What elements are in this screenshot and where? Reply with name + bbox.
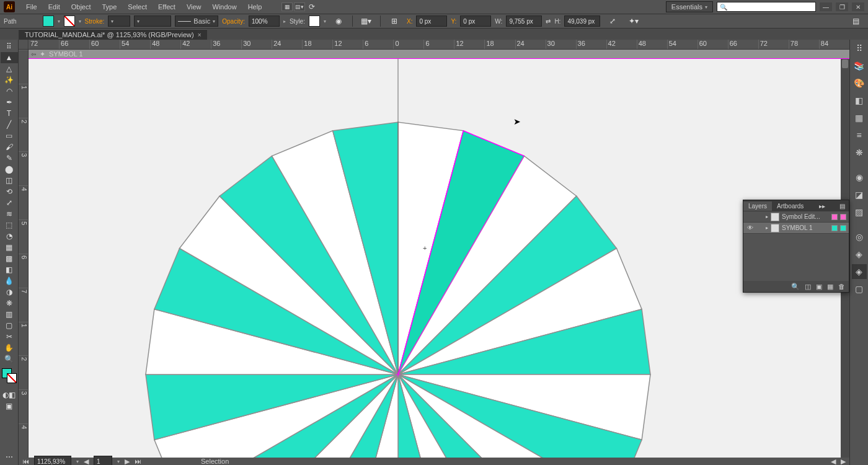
document-tab[interactable]: TUTORIAL_MANDALA.ai* @ 1125,93% (RGB/Pre… bbox=[19, 29, 207, 40]
first-artboard-icon[interactable]: ⏮ bbox=[22, 458, 29, 465]
ruler-origin[interactable] bbox=[19, 40, 29, 50]
libraries-icon[interactable]: 📚 bbox=[852, 58, 867, 73]
recolor-icon[interactable]: ◉ bbox=[330, 16, 347, 27]
stroke-swatch[interactable] bbox=[64, 16, 75, 27]
stroke-variable-input[interactable]: ▾ bbox=[134, 16, 171, 27]
next-artboard-icon[interactable]: ▶ bbox=[125, 458, 130, 466]
delete-layer-icon[interactable]: 🗑 bbox=[838, 283, 845, 290]
new-sublayer-icon[interactable]: ▣ bbox=[816, 283, 822, 291]
artboard-number[interactable]: 1 bbox=[94, 456, 112, 465]
search-input[interactable]: 🔍 bbox=[717, 2, 816, 12]
clip-mask-icon[interactable]: ◫ bbox=[805, 283, 811, 291]
artwork-mandala[interactable]: + bbox=[29, 58, 849, 458]
menu-type[interactable]: Type bbox=[97, 1, 122, 12]
menu-file[interactable]: File bbox=[21, 1, 42, 12]
maximize-button[interactable]: ❐ bbox=[836, 2, 848, 11]
arrange-icon[interactable]: ▤▾ bbox=[294, 2, 305, 11]
hand-tool[interactable]: ✋ bbox=[1, 342, 18, 353]
dock-handle-icon[interactable]: ⠿ bbox=[852, 41, 867, 56]
last-artboard-icon[interactable]: ⏭ bbox=[135, 458, 141, 465]
screen-mode-icon[interactable]: ▣ bbox=[1, 401, 18, 412]
color-guide-icon[interactable]: ◧ bbox=[852, 93, 867, 108]
h-input[interactable]: 49,039 px bbox=[564, 16, 600, 27]
menu-edit[interactable]: Edit bbox=[43, 1, 65, 12]
stroke-label[interactable]: Stroke: bbox=[85, 18, 105, 25]
chevron-down-icon[interactable]: ▾ bbox=[79, 19, 81, 24]
scroll-right-icon[interactable]: ▶ bbox=[841, 458, 846, 466]
free-transform-tool[interactable]: ⬚ bbox=[1, 219, 18, 231]
color-mode-icon[interactable]: ◐◧ bbox=[1, 389, 18, 401]
chevron-down-icon[interactable]: ▾ bbox=[117, 459, 120, 464]
symbols-icon[interactable]: ❋ bbox=[852, 145, 867, 160]
tab-layers[interactable]: Layers bbox=[743, 202, 772, 211]
mesh-tool[interactable]: ▩ bbox=[1, 253, 18, 264]
perspective-tool[interactable]: ▦ bbox=[1, 242, 18, 253]
isolate-icon[interactable]: ✦▾ bbox=[625, 16, 642, 27]
color-picker[interactable] bbox=[1, 367, 18, 387]
menu-effect[interactable]: Effect bbox=[153, 1, 180, 12]
shape-mode-icon[interactable]: ⊞ bbox=[386, 16, 403, 27]
gradient-tool[interactable]: ◧ bbox=[1, 264, 18, 275]
menu-view[interactable]: View bbox=[182, 1, 206, 12]
stroke-panel-icon[interactable]: ◉ bbox=[852, 170, 867, 185]
brushes-icon[interactable]: ≡ bbox=[852, 128, 867, 143]
panel-menu-icon[interactable]: ▤ bbox=[847, 16, 864, 27]
gradient-panel-icon[interactable]: ◪ bbox=[852, 187, 867, 202]
target-icon[interactable] bbox=[831, 225, 838, 231]
chevron-down-icon[interactable]: ▾ bbox=[76, 459, 79, 464]
layers-panel[interactable]: Layers Artboards ▸▸ ▤ ▸ Symbol Edit... 👁… bbox=[743, 200, 849, 293]
w-input[interactable]: 9,755 px bbox=[506, 16, 542, 27]
width-tool[interactable]: ≋ bbox=[1, 208, 18, 219]
symbol-sprayer-tool[interactable]: ❋ bbox=[1, 298, 18, 309]
expand-icon[interactable]: ▸ bbox=[766, 225, 768, 231]
link-icon[interactable]: ⇄ bbox=[546, 18, 551, 25]
magic-wand-tool[interactable]: ✨ bbox=[1, 74, 18, 86]
expand-icon[interactable]: ▸ bbox=[766, 214, 768, 219]
edit-toolbar-icon[interactable]: ⋯ bbox=[1, 451, 18, 463]
rectangle-tool[interactable]: ▭ bbox=[1, 130, 18, 141]
type-tool[interactable]: T bbox=[1, 108, 18, 119]
x-input[interactable]: 0 px bbox=[416, 16, 447, 27]
color-panel-icon[interactable]: 🎨 bbox=[852, 76, 867, 91]
layer-row[interactable]: 👁 ▸ SYMBOL 1 bbox=[743, 223, 849, 234]
selection-tool[interactable]: ▲ bbox=[1, 52, 18, 63]
stroke-profile-input[interactable]: Basic ▾ bbox=[175, 16, 218, 27]
layer-row[interactable]: ▸ Symbol Edit... bbox=[743, 211, 849, 223]
eyedropper-tool[interactable]: 💧 bbox=[1, 275, 18, 286]
slice-tool[interactable]: ✂ bbox=[1, 331, 18, 342]
tool-handle-icon[interactable]: ⠿ bbox=[1, 41, 18, 52]
ruler-vertical[interactable]: 12345671234 bbox=[19, 50, 29, 458]
opacity-input[interactable]: 100% bbox=[249, 16, 280, 27]
artboard-tool[interactable]: ▢ bbox=[1, 320, 18, 331]
menu-help[interactable]: Help bbox=[243, 1, 267, 12]
lasso-tool[interactable]: ◠ bbox=[1, 86, 18, 97]
prev-artboard-icon[interactable]: ◀ bbox=[84, 458, 89, 466]
opacity-label[interactable]: Opacity: bbox=[222, 18, 245, 25]
tab-artboards[interactable]: Artboards bbox=[772, 202, 808, 211]
workspace-switcher[interactable]: Essentials ▾ bbox=[666, 1, 713, 12]
layers-icon[interactable]: ◈ bbox=[852, 264, 867, 279]
sync-icon[interactable]: ⟳ bbox=[306, 2, 317, 11]
appearance-icon[interactable]: ◎ bbox=[852, 229, 867, 244]
stroke-weight-input[interactable]: ▾ bbox=[108, 16, 130, 27]
paintbrush-tool[interactable]: 🖌 bbox=[1, 141, 18, 153]
close-button[interactable]: ✕ bbox=[852, 2, 864, 11]
blob-brush-tool[interactable]: ⬤ bbox=[1, 164, 18, 175]
panel-collapse-icon[interactable]: ▸▸ bbox=[815, 203, 829, 210]
panel-menu-icon[interactable]: ▤ bbox=[836, 203, 849, 210]
shape-builder-tool[interactable]: ◔ bbox=[1, 231, 18, 242]
rotate-tool[interactable]: ⟲ bbox=[1, 186, 18, 197]
menu-window[interactable]: Window bbox=[208, 1, 242, 12]
eraser-tool[interactable]: ◫ bbox=[1, 175, 18, 186]
new-layer-icon[interactable]: ▦ bbox=[827, 283, 833, 291]
scroll-thumb[interactable] bbox=[842, 60, 848, 68]
background-color[interactable] bbox=[7, 373, 17, 383]
column-graph-tool[interactable]: ▥ bbox=[1, 309, 18, 320]
y-input[interactable]: 0 px bbox=[460, 16, 491, 27]
transparency-icon[interactable]: ▨ bbox=[852, 205, 867, 219]
chevron-down-icon[interactable]: ▾ bbox=[324, 19, 326, 24]
chevron-right-icon[interactable]: ▸ bbox=[283, 19, 286, 24]
menu-select[interactable]: Select bbox=[123, 1, 152, 12]
scroll-left-icon[interactable]: ◀ bbox=[831, 458, 836, 466]
chevron-down-icon[interactable]: ▾ bbox=[58, 19, 60, 24]
